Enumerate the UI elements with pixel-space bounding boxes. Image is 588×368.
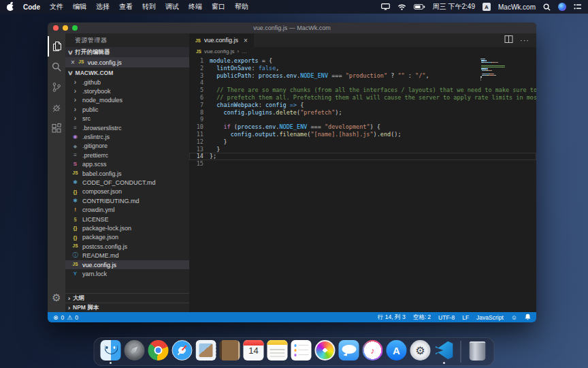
dock-prefs-icon[interactable] xyxy=(410,340,431,363)
settings-gear-icon[interactable]: ⚙ xyxy=(48,288,65,308)
dock-finder-icon[interactable] xyxy=(101,340,121,363)
explorer-icon[interactable] xyxy=(48,36,65,57)
input-method-icon[interactable]: A xyxy=(483,3,491,11)
minimize-window-button[interactable] xyxy=(63,25,68,31)
siri-icon[interactable] xyxy=(558,3,566,11)
status-item-5[interactable]: JavaScript xyxy=(476,314,504,321)
code-editor[interactable]: 1module.exports = {2 lintOnSave: false,3… xyxy=(189,56,536,312)
tree-item-CODE_OF_CONDUCT.md[interactable]: ✱CODE_OF_CONDUCT.md xyxy=(65,178,189,187)
notifications-bell-icon[interactable] xyxy=(525,313,531,322)
airplay-icon[interactable] xyxy=(381,3,390,10)
split-editor-icon[interactable] xyxy=(504,34,513,46)
minimap[interactable] xyxy=(480,59,506,83)
wifi-icon[interactable] xyxy=(397,3,406,10)
line-number: 9 xyxy=(189,116,210,123)
errors-icon[interactable]: ⊗ xyxy=(53,314,59,321)
tree-item-src[interactable]: ›src xyxy=(65,114,189,123)
dock-calendar-icon[interactable]: 14 xyxy=(244,340,264,363)
feedback-smiley-icon[interactable]: ☺ xyxy=(511,314,517,321)
errors-count[interactable]: 0 xyxy=(61,314,65,321)
breadcrumb-more[interactable]: … xyxy=(242,48,247,55)
dock-launchpad-icon[interactable] xyxy=(125,340,145,363)
menubar-menu-4[interactable]: 查看 xyxy=(119,2,133,12)
status-item-1[interactable]: 行 14, 列 3 xyxy=(378,313,406,322)
dock-chrome-icon[interactable] xyxy=(148,340,169,363)
status-item-3[interactable]: UTF-8 xyxy=(438,314,455,321)
line-number: 15 xyxy=(189,160,210,168)
tree-item-public[interactable]: ›public xyxy=(65,105,189,114)
dock-contacts-icon[interactable] xyxy=(220,340,240,363)
calendar-day: 14 xyxy=(244,346,264,356)
status-item-2[interactable]: 空格: 2 xyxy=(413,313,431,322)
more-actions-icon[interactable]: ··· xyxy=(520,36,529,44)
dock-photos-icon[interactable] xyxy=(315,340,336,363)
tree-item-package.json[interactable]: {}package.json xyxy=(65,233,189,242)
dock-safari-icon[interactable] xyxy=(172,340,193,363)
tree-item-.prettierrc[interactable]: ≡.prettierrc xyxy=(65,151,189,159)
tree-item-.eslintrc.js[interactable]: ◉.eslintrc.js xyxy=(65,132,189,141)
close-editor-icon[interactable]: × xyxy=(71,59,75,66)
dock-notes-icon[interactable] xyxy=(267,340,288,363)
tree-item-.gitignore[interactable]: ◆.gitignore xyxy=(65,142,189,151)
notification-center-icon[interactable] xyxy=(574,3,581,10)
status-item-4[interactable]: LF xyxy=(462,314,469,321)
warnings-count[interactable]: 0 xyxy=(75,314,78,321)
breadcrumb[interactable]: JS vue.config.js › … xyxy=(189,47,536,56)
tree-item-.github[interactable]: ›.github xyxy=(65,78,189,87)
menubar-menu-6[interactable]: 调试 xyxy=(165,2,179,12)
tree-item-node_modules[interactable]: ›node_modules xyxy=(65,96,189,105)
menubar-menu-3[interactable]: 选择 xyxy=(96,2,110,12)
tree-item-README.md[interactable]: ⓘREADME.md xyxy=(65,251,189,260)
dock-trash-icon[interactable] xyxy=(468,340,488,363)
dock-messages-icon[interactable] xyxy=(339,340,359,363)
dock-itunes-icon[interactable] xyxy=(363,340,383,363)
tree-item-crowdin.yml[interactable]: !crowdin.yml xyxy=(65,205,189,214)
menubar-menu-7[interactable]: 终端 xyxy=(189,2,202,12)
open-editors-header[interactable]: ∨ 打开的编辑器 xyxy=(65,47,189,57)
tree-item-CONTRIBUTING.md[interactable]: ✱CONTRIBUTING.md xyxy=(65,196,189,205)
sidebar-section-1[interactable]: ›大纲 xyxy=(65,293,189,303)
battery-icon[interactable] xyxy=(414,4,425,10)
menubar-app-name[interactable]: Code xyxy=(23,3,40,11)
dock-mail-icon[interactable] xyxy=(196,340,216,363)
breadcrumb-file[interactable]: vue.config.js xyxy=(204,48,234,55)
apple-menu-icon[interactable] xyxy=(7,3,14,11)
close-tab-icon[interactable]: × xyxy=(244,37,248,44)
tab-vue-config[interactable]: JS vue.config.js × xyxy=(189,33,254,47)
dock-vscode-icon[interactable] xyxy=(434,340,455,363)
menubar-menu-2[interactable]: 编辑 xyxy=(73,2,86,12)
spotlight-search-icon[interactable] xyxy=(543,3,551,11)
menubar-brand[interactable]: MacWk.com xyxy=(498,3,536,11)
menubar-menu-9[interactable]: 帮助 xyxy=(235,2,248,12)
close-window-button[interactable] xyxy=(53,25,59,31)
tree-item-package-lock.json[interactable]: {}package-lock.json xyxy=(65,224,189,232)
tree-item-.browserslistrc[interactable]: ≡.browserslistrc xyxy=(65,123,189,132)
project-header[interactable]: ∨ MACWK.COM xyxy=(65,67,189,78)
menubar-menu-1[interactable]: 文件 xyxy=(50,2,63,12)
tree-item-babel.config.js[interactable]: JSbabel.config.js xyxy=(65,169,189,178)
warnings-icon[interactable]: ⚠ xyxy=(67,314,72,321)
code-line-text: } xyxy=(210,146,536,153)
dock-appstore-icon[interactable] xyxy=(387,340,407,363)
search-icon[interactable] xyxy=(48,57,65,77)
open-editor-item[interactable]: ×JSvue.config.js xyxy=(65,57,189,67)
zoom-window-button[interactable] xyxy=(72,25,78,31)
tree-item-composer.json[interactable]: {}composer.json xyxy=(65,187,189,196)
tree-item-vue.config.js[interactable]: JSvue.config.js xyxy=(65,260,189,269)
extensions-icon[interactable] xyxy=(48,118,65,138)
source-control-icon[interactable] xyxy=(48,77,65,97)
menubar-menu-5[interactable]: 转到 xyxy=(142,2,156,12)
tree-item-postcss.config.js[interactable]: JSpostcss.config.js xyxy=(65,242,189,251)
dock-reminders-icon[interactable] xyxy=(291,340,312,363)
tree-item-LICENSE[interactable]: §LICENSE xyxy=(65,215,189,224)
menubar-clock[interactable]: 周三 下午2:49 xyxy=(433,2,475,12)
sidebar-section-2[interactable]: ›NPM 脚本 xyxy=(65,303,189,312)
tree-item-.storybook[interactable]: ›.storybook xyxy=(65,87,189,95)
chevron-down-icon: ∨ xyxy=(67,70,74,76)
tree-item-yarn.lock[interactable]: Yyarn.lock xyxy=(65,269,189,278)
window-title-bar[interactable]: vue.config.js — MacWk.com xyxy=(48,22,536,33)
debug-icon[interactable] xyxy=(48,97,65,118)
menubar-menu-8[interactable]: 窗口 xyxy=(212,2,225,12)
chevron-right-icon: › xyxy=(71,115,79,122)
tree-item-app.scss[interactable]: Sapp.scss xyxy=(65,160,189,169)
